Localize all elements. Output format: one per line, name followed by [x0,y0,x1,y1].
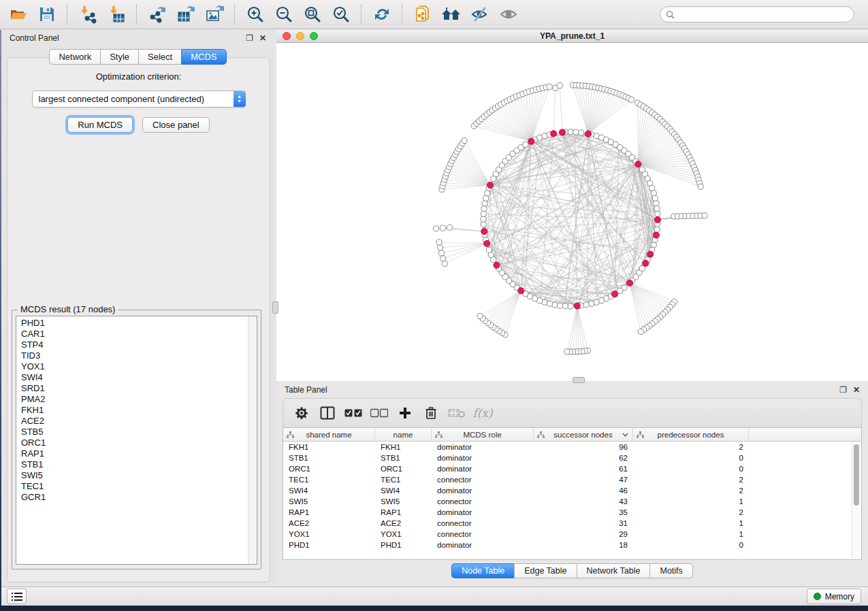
network-node[interactable] [655,211,660,216]
table-cell[interactable]: 47 [534,476,633,484]
show-all-icon[interactable] [496,3,521,26]
table-cell[interactable]: TEC1 [375,476,432,484]
mcds-dominator-node[interactable] [481,228,487,234]
mcds-result-item[interactable]: SWI5 [21,470,257,481]
table-row[interactable]: PHD1PHD1dominator180 [283,540,861,550]
table-cell[interactable]: PHD1 [375,541,432,549]
zoom-out-icon[interactable] [272,3,296,26]
table-cell[interactable]: 62 [534,454,633,462]
tab-motifs[interactable]: Motifs [649,563,692,578]
mcds-dominator-node[interactable] [528,138,534,144]
mcds-dominator-node[interactable] [574,303,580,309]
sort-indicator-icon[interactable] [622,433,628,437]
table-row[interactable]: YOX1YOX1connector291 [283,529,861,540]
network-node[interactable] [557,303,562,308]
table-cell[interactable]: dominator [432,465,534,473]
table-cell[interactable]: ORC1 [375,465,432,473]
table-cell[interactable]: 18 [534,541,633,549]
table-cell[interactable]: ORC1 [283,465,375,473]
table-cell[interactable]: 1 [633,497,749,506]
mcds-dominator-node[interactable] [635,161,641,167]
task-history-button[interactable] [7,589,27,604]
table-cell[interactable]: PHD1 [283,541,375,549]
mcds-dominator-node[interactable] [643,260,649,266]
network-from-selection-icon[interactable] [411,3,435,26]
table-scrollbar-thumb[interactable] [854,444,859,506]
table-cell[interactable]: 46 [534,486,633,495]
column-header-successor-nodes[interactable]: successor nodes [534,428,633,441]
table-cell[interactable]: STB1 [283,454,375,462]
table-cell[interactable]: 96 [534,443,633,451]
close-panel-button[interactable]: Close panel [142,117,210,133]
table-cell[interactable]: 29 [534,530,633,538]
table-cell[interactable]: 61 [534,465,633,473]
network-node[interactable] [654,201,659,206]
satellite-node[interactable] [698,184,703,189]
apply-layout-icon[interactable] [370,3,394,26]
mcds-result-item[interactable]: RAP1 [21,448,257,459]
network-node[interactable] [481,205,487,211]
table-cell[interactable]: SWI5 [375,497,432,506]
network-node[interactable] [583,302,589,308]
table-cell[interactable]: 1 [633,530,749,538]
table-row[interactable]: FKH1FKH1dominator962 [283,442,861,452]
criterion-dropdown[interactable]: largest connected component (undirected)… [32,90,246,108]
table-cell[interactable]: 2 [633,508,749,516]
table-cell[interactable]: dominator [432,443,534,451]
zoom-fit-icon[interactable] [300,3,325,26]
table-cell[interactable]: SWI4 [283,486,375,495]
split-panel-icon[interactable] [316,402,339,424]
satellite-node[interactable] [557,83,562,88]
network-node[interactable] [654,227,660,232]
table-cell[interactable]: dominator [432,508,534,516]
mcds-dominator-node[interactable] [494,262,500,268]
network-node[interactable] [547,301,552,306]
table-row[interactable]: TEC1TEC1connector472 [283,474,861,485]
horizontal-splitter-handle[interactable] [573,377,585,383]
open-session-icon[interactable] [6,3,31,26]
float-table-panel-icon[interactable]: ❐ [839,386,847,394]
mcds-result-item[interactable]: STB1 [21,459,257,470]
table-row[interactable]: STB1STB1dominator620 [283,452,861,463]
add-column-icon[interactable] [393,402,417,424]
table-cell[interactable]: SWI4 [375,486,432,495]
table-cell[interactable]: ACE2 [283,519,375,527]
table-row[interactable]: ACE2ACE2connector311 [283,518,861,529]
zoom-in-icon[interactable] [243,3,268,26]
network-node[interactable] [617,288,623,293]
table-cell[interactable]: 31 [534,519,633,527]
satellite-node[interactable] [447,225,452,230]
satellite-node[interactable] [437,245,443,250]
mcds-dominator-node[interactable] [551,131,557,137]
network-node[interactable] [482,201,487,206]
vertical-splitter-handle[interactable] [272,301,278,314]
mcds-dominator-node[interactable] [654,216,660,222]
mcds-result-item[interactable]: TID3 [21,350,257,361]
tab-select[interactable]: Select [138,49,181,65]
export-network-icon[interactable] [145,3,170,26]
mcds-result-item[interactable]: ORC1 [21,437,257,448]
satellite-node[interactable] [440,256,446,261]
table-cell[interactable]: 1 [633,519,749,527]
table-row[interactable]: SWI4SWI4dominator462 [283,485,861,496]
mcds-result-item[interactable]: TEC1 [21,481,257,492]
table-cell[interactable]: RAP1 [375,508,432,516]
mcds-result-item[interactable]: ACE2 [21,416,257,427]
table-cell[interactable]: FKH1 [375,443,432,451]
table-cell[interactable]: ACE2 [375,519,432,527]
table-cell[interactable]: connector [432,519,534,527]
mcds-result-item[interactable]: PMA2 [21,394,257,405]
network-node[interactable] [481,211,486,216]
search-box[interactable] [660,6,854,22]
table-options-gear-icon[interactable] [290,402,313,424]
import-table-icon[interactable] [104,3,129,26]
network-node[interactable] [481,222,486,227]
tab-edge-table[interactable]: Edge Table [514,563,576,578]
table-cell[interactable]: YOX1 [283,530,375,538]
mcds-result-item[interactable]: STB5 [21,427,257,437]
mcds-dominator-node[interactable] [653,232,659,238]
mcds-dominator-node[interactable] [487,182,493,188]
mcds-dominator-node[interactable] [585,131,591,137]
network-node[interactable] [578,130,583,135]
mcds-result-item[interactable]: STP4 [21,340,257,350]
